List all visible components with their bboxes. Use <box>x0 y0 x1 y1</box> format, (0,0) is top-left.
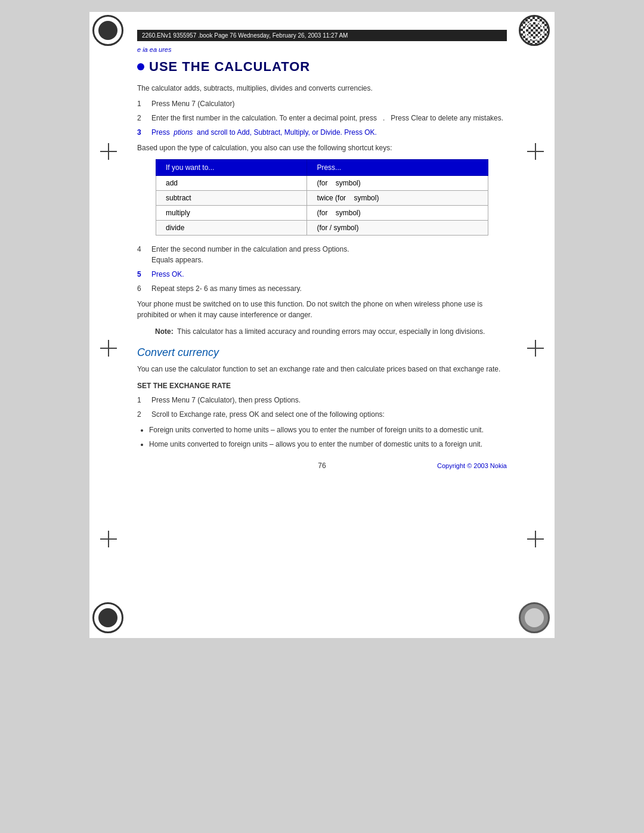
table-cell-action: multiply <box>156 206 307 221</box>
step-4: 4 Enter the second number in the calcula… <box>137 244 507 265</box>
table-row: divide (for / symbol) <box>156 221 488 236</box>
exchange-rate-heading: SET THE EXCHANGE RATE <box>137 382 507 390</box>
table-cell-press: twice (for symbol) <box>307 191 488 206</box>
step-5-num: 5 <box>137 269 147 280</box>
corner-decoration-br <box>519 602 552 635</box>
header-bar: 2260.ENv1 9355957 .book Page 76 Wednesda… <box>137 30 507 41</box>
exchange-step-1-text: Press Menu 7 (Calculator), then press Op… <box>151 395 301 405</box>
corner-decoration-tr <box>519 15 552 48</box>
exchange-step-1: 1 Press Menu 7 (Calculator), then press … <box>137 395 507 405</box>
steps-list-2: 4 Enter the second number in the calcula… <box>137 244 507 294</box>
exchange-step-2-text: Scroll to Exchange rate, press OK and se… <box>151 409 385 420</box>
header-text: 2260.ENv1 9355957 .book Page 76 Wednesda… <box>142 32 348 39</box>
exchange-step-2-num: 2 <box>137 409 147 420</box>
step-4-text: Enter the second number in the calculati… <box>151 244 349 265</box>
table-cell-press: (for symbol) <box>307 206 488 221</box>
page-number: 76 <box>318 462 326 470</box>
step-5: 5 Press OK. <box>137 269 507 280</box>
step-6-text: Repeat steps 2- 6 as many times as neces… <box>151 283 302 294</box>
bullet-dot-icon <box>137 63 144 70</box>
main-heading-text: USE THE CALCULATOR <box>149 59 310 75</box>
page-footer: 76 Copyright © 2003 Nokia <box>137 462 507 476</box>
table-row: multiply (for symbol) <box>156 206 488 221</box>
side-mark-right-bot <box>527 531 544 547</box>
shortcut-table: If you want to... Press... add (for symb… <box>156 159 488 236</box>
table-header-col2: Press... <box>307 160 488 176</box>
step-5-text: Press OK. <box>151 269 184 280</box>
breadcrumb: e ia ea ures <box>137 46 507 53</box>
step-3-num: 3 <box>137 127 147 138</box>
exchange-steps-list: 1 Press Menu 7 (Calculator), then press … <box>137 395 507 420</box>
step-3: 3 Press ptions and scroll to Add, Subtra… <box>137 127 507 138</box>
table-row: subtract twice (for symbol) <box>156 191 488 206</box>
side-mark-right-top <box>527 143 544 160</box>
page-content: 2260.ENv1 9355957 .book Page 76 Wednesda… <box>137 12 507 476</box>
step-2-num: 2 <box>137 113 147 123</box>
warning-text: Your phone must be switched on to use th… <box>137 299 507 320</box>
sub-section-intro: You can use the calculator function to s… <box>137 364 507 374</box>
table-row: add (for symbol) <box>156 176 488 191</box>
shortcut-intro: Based upon the type of calculation, you … <box>137 143 507 153</box>
side-mark-right-mid <box>527 340 544 357</box>
sub-section-heading: Convert currency <box>137 346 507 359</box>
corner-decoration-bl <box>92 602 125 635</box>
exchange-bullet-2: Home units converted to foreign units – … <box>149 439 507 450</box>
exchange-bullet-1: Foreign units converted to home units – … <box>149 425 507 435</box>
table-header-col1: If you want to... <box>156 160 307 176</box>
step-1: 1 Press Menu 7 (Calculator) <box>137 98 507 109</box>
table-cell-press: (for symbol) <box>307 176 488 191</box>
step-6: 6 Repeat steps 2- 6 as many times as nec… <box>137 283 507 294</box>
table-cell-press: (for / symbol) <box>307 221 488 236</box>
step-1-num: 1 <box>137 98 147 109</box>
steps-list: 1 Press Menu 7 (Calculator) 2 Enter the … <box>137 98 507 138</box>
table-cell-action: divide <box>156 221 307 236</box>
note-box: Note: This calculator has a limited accu… <box>155 326 489 337</box>
side-mark-left-top <box>100 143 117 160</box>
exchange-step-2: 2 Scroll to Exchange rate, press OK and … <box>137 409 507 420</box>
table-cell-action: subtract <box>156 191 307 206</box>
step-4-num: 4 <box>137 244 147 265</box>
note-text: Note: This calculator has a limited accu… <box>155 326 489 337</box>
intro-text: The calculator adds, subtracts, multipli… <box>137 83 507 94</box>
step-2-text: Enter the first number in the calculatio… <box>151 113 503 123</box>
table-cell-action: add <box>156 176 307 191</box>
step-2: 2 Enter the first number in the calculat… <box>137 113 507 123</box>
page: 2260.ENv1 9355957 .book Page 76 Wednesda… <box>89 12 555 638</box>
step-1-text: Press Menu 7 (Calculator) <box>151 98 234 109</box>
corner-decoration-tl <box>92 15 125 48</box>
footer-copyright: Copyright © 2003 Nokia <box>437 462 507 469</box>
exchange-step-1-num: 1 <box>137 395 147 405</box>
side-mark-left-mid <box>100 340 117 357</box>
main-heading-container: USE THE CALCULATOR <box>137 59 507 75</box>
side-mark-left-bot <box>100 531 117 547</box>
exchange-bullets-list: Foreign units converted to home units – … <box>149 425 507 450</box>
step-3-text: Press ptions and scroll to Add, Subtract… <box>151 127 377 138</box>
step-6-num: 6 <box>137 283 147 294</box>
